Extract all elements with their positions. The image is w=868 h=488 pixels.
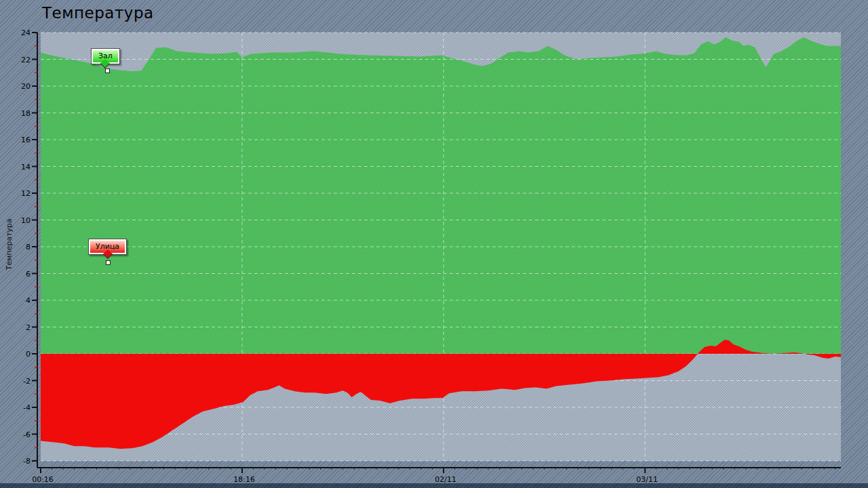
series-mark-zal[interactable]: Зал bbox=[91, 48, 120, 64]
y-tick-label: 2 bbox=[26, 323, 31, 332]
y-tick-label: 18 bbox=[21, 109, 31, 118]
y-axis-title: Температура bbox=[5, 204, 14, 285]
y-tick-label: 10 bbox=[21, 216, 31, 225]
window-bottom-edge bbox=[0, 483, 868, 488]
series-mark-ulitsa-anchor bbox=[106, 260, 111, 265]
y-tick-label: 20 bbox=[21, 82, 31, 91]
y-tick-label: -4 bbox=[23, 403, 31, 412]
y-tick-label: 16 bbox=[21, 136, 31, 144]
y-tick-label: 24 bbox=[21, 28, 31, 37]
series-mark-ulitsa-label: Улица bbox=[96, 242, 119, 251]
chart-canvas[interactable]: 242220181614121086420-2-4-6-800:1618:160… bbox=[0, 0, 868, 488]
series-mark-zal-anchor bbox=[105, 68, 110, 73]
y-tick-label: 4 bbox=[26, 296, 31, 305]
y-tick-label: 0 bbox=[26, 350, 31, 359]
y-tick-label: 6 bbox=[26, 270, 31, 279]
y-tick-label: -6 bbox=[23, 430, 31, 439]
series-mark-zal-label: Зал bbox=[98, 52, 113, 60]
series-mark-ulitsa[interactable]: Улица bbox=[88, 239, 127, 255]
y-tick-label: 12 bbox=[21, 189, 31, 198]
chart-title: Температура bbox=[42, 4, 154, 22]
chart-window: 242220181614121086420-2-4-6-800:1618:160… bbox=[0, 0, 868, 488]
y-tick-label: -2 bbox=[23, 377, 31, 386]
y-tick-label: 14 bbox=[21, 163, 31, 171]
y-tick-label: 8 bbox=[26, 243, 31, 251]
y-tick-label: 22 bbox=[21, 56, 31, 64]
y-tick-label: -8 bbox=[23, 457, 31, 466]
